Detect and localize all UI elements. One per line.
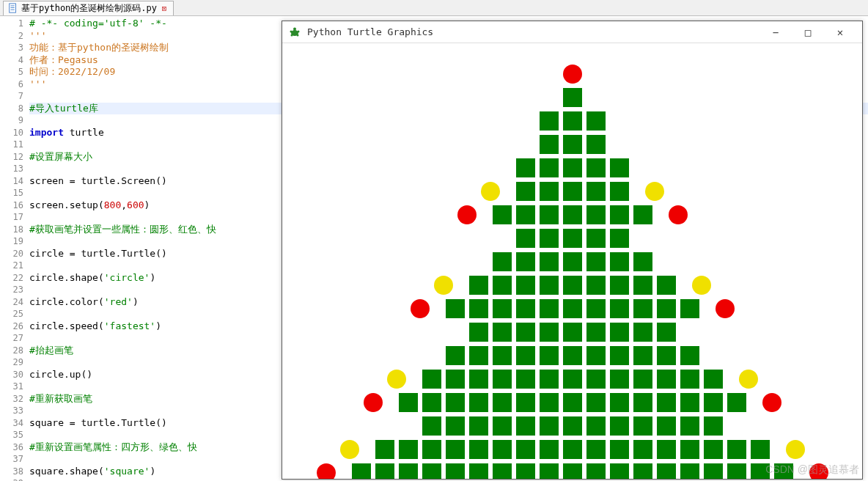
tab-filename: 基于python的圣诞树绘制源码.py [21,2,157,15]
turtle-app-icon [288,26,301,39]
tree-square [399,440,418,459]
close-tab-icon[interactable]: ⊠ [160,4,169,12]
tree-square [563,88,582,107]
tree-square [516,299,535,318]
tree-square [610,346,629,365]
file-tab[interactable]: 基于python的圣诞树绘制源码.py ⊠ [3,1,174,15]
tree-square [610,182,629,201]
tree-square [586,393,606,412]
tree-square [610,229,629,248]
tree-square [563,440,582,459]
tree-square [446,393,465,412]
tree-square [563,276,582,295]
line-number: 7 [0,90,23,103]
tree-square [493,346,512,365]
tree-square [422,416,441,436]
line-number: 24 [0,296,23,309]
tree-square [422,463,441,479]
line-number: 12 [0,151,23,164]
tree-square [399,393,418,412]
ornament-ball [786,440,805,459]
tree-square [469,463,488,479]
tree-square [516,158,535,177]
ornament-ball [669,205,688,224]
tree-square [610,276,629,295]
tree-square [493,370,512,389]
line-number: 39 [0,477,23,481]
svg-rect-2 [11,7,15,8]
tree-square [540,299,559,318]
tree-square [586,135,606,154]
tree-square [586,463,606,479]
line-number: 34 [0,417,23,430]
svg-rect-3 [11,10,15,10]
title-bar[interactable]: Python Turtle Graphics − □ ✕ [282,21,862,43]
tree-square [516,370,535,389]
tree-square [375,440,394,459]
tree-square [633,346,652,365]
line-number: 6 [0,78,23,91]
line-number: 8 [0,103,23,115]
tree-square [704,463,723,479]
tree-square [493,299,512,318]
tree-square [563,416,582,436]
tree-square [633,205,652,224]
tree-square [704,370,723,389]
tree-square [680,299,699,318]
tab-bar: 基于python的圣诞树绘制源码.py ⊠ [0,0,868,16]
line-number: 27 [0,332,23,345]
line-number: 13 [0,163,23,175]
line-number: 20 [0,248,23,260]
tree-square [516,229,535,248]
ornament-ball [645,182,664,201]
line-number: 21 [0,260,23,272]
line-number: 26 [0,320,23,333]
ornament-ball [481,182,500,201]
tree-square [680,370,699,389]
tree-square [633,323,652,342]
line-number: 15 [0,187,23,199]
close-button[interactable]: ✕ [824,22,856,43]
tree-square [516,463,535,479]
tree-square [540,346,559,365]
tree-square [493,416,512,436]
line-number: 14 [0,175,23,188]
tree-square [469,416,488,436]
tree-square [563,323,582,342]
tree-square [610,416,629,436]
tree-square [563,370,582,389]
tree-square [586,370,606,389]
tree-square [657,276,676,295]
tree-square [469,393,488,412]
tree-square [657,416,676,436]
tree-square [540,252,559,271]
maximize-button[interactable]: □ [792,22,824,43]
ornament-ball [340,440,359,459]
ornament-ball [457,205,477,224]
tree-square [610,370,629,389]
tree-square [540,416,559,436]
tree-square [540,111,559,131]
tree-square [633,370,652,389]
line-number: 32 [0,393,23,405]
turtle-window: Python Turtle Graphics − □ ✕ [282,21,863,480]
line-number: 11 [0,139,23,151]
tree-square [540,463,559,479]
tree-square [610,299,629,318]
tree-square [633,252,652,271]
tree-square [493,323,512,342]
tree-square [586,229,606,248]
tree-square [704,416,723,436]
minimize-button[interactable]: − [760,22,792,43]
tree-square [633,463,652,479]
tree-square [657,346,676,365]
tree-square [422,393,441,412]
tree-square [774,463,793,479]
tree-square [657,393,676,412]
tree-square [704,393,723,412]
line-number: 17 [0,211,23,224]
tree-square [704,440,723,459]
tree-square [586,111,606,131]
tree-square [469,276,488,295]
tree-square [540,158,559,177]
